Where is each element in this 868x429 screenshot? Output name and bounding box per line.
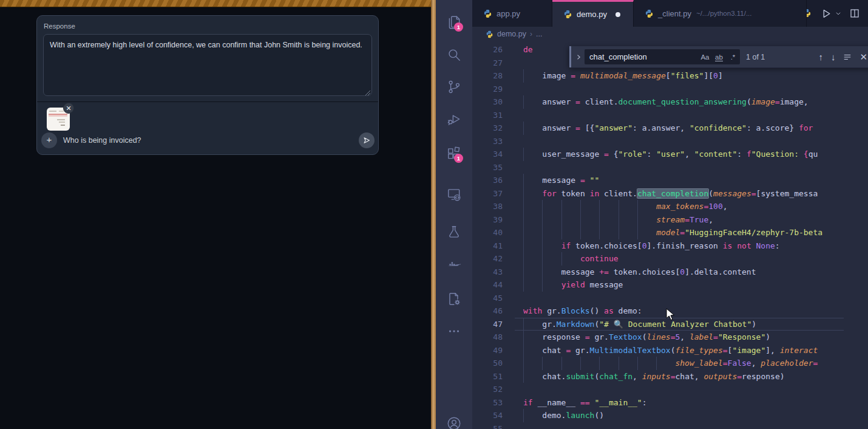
find-previous-button[interactable]: ↑: [818, 52, 823, 62]
line-number: 46: [472, 304, 503, 318]
code-line-35[interactable]: 35: [472, 161, 868, 174]
run-python-file-button[interactable]: [821, 9, 832, 19]
line-number: 31: [472, 109, 503, 122]
line-number: 35: [472, 161, 503, 174]
line-number: 47: [472, 318, 503, 331]
tab-label: app.py: [497, 9, 520, 18]
line-number: 42: [472, 252, 503, 266]
code-text: yield message: [523, 278, 623, 292]
find-in-selection-button[interactable]: [843, 53, 852, 61]
tab-app-py[interactable]: app.py: [472, 0, 552, 27]
find-input[interactable]: chat_completion Aa ab .*: [585, 49, 740, 64]
code-line-31[interactable]: 31: [472, 109, 868, 122]
code-text: max_tokens=100,: [523, 200, 728, 213]
activity-more-icon[interactable]: [446, 323, 462, 339]
split-editor-button[interactable]: [850, 9, 860, 18]
code-text: if token.choices[0].finish_reason is not…: [523, 239, 780, 253]
breadcrumb-file[interactable]: demo.py: [497, 30, 526, 38]
code-line-34[interactable]: 34 user_message = {"role": "user", "cont…: [472, 148, 868, 161]
line-number: 36: [472, 174, 503, 187]
window-edge-stripe: [431, 0, 436, 429]
tab-demo-py[interactable]: demo.py: [552, 0, 634, 27]
code-line-52[interactable]: 52: [472, 383, 868, 396]
code-text: chat.submit(chat_fn, inputs=chat, output…: [523, 370, 785, 383]
find-next-button[interactable]: ↓: [831, 52, 836, 62]
breadcrumb: demo.py › ...: [472, 27, 542, 41]
code-line-54[interactable]: 54 demo.launch(): [472, 409, 868, 422]
code-line-41[interactable]: 41 if token.choices[0].finish_reason is …: [472, 239, 868, 253]
activity-badge: 1: [454, 22, 463, 32]
breadcrumb-separator: ›: [530, 30, 532, 38]
code-line-55[interactable]: 55: [472, 422, 868, 429]
line-number: 55: [472, 422, 503, 429]
remove-attachment-button[interactable]: ✕: [63, 103, 74, 114]
code-line-45[interactable]: 45: [472, 292, 868, 305]
whole-word-toggle[interactable]: ab: [712, 53, 726, 61]
breadcrumb-more[interactable]: ...: [536, 30, 542, 38]
code-line-51[interactable]: 51 chat.submit(chat_fn, inputs=chat, out…: [472, 370, 868, 383]
code-line-46[interactable]: 46with gr.Blocks() as demo:: [472, 304, 868, 318]
code-line-30[interactable]: 30 answer = client.document_question_ans…: [472, 95, 868, 109]
code-line-53[interactable]: 53if __name__ == "__main__":: [472, 396, 868, 410]
code-line-48[interactable]: 48 response = gr.Textbox(lines=5, label=…: [472, 331, 868, 344]
activity-file-gear-icon[interactable]: [446, 291, 462, 307]
activity-bar: 11: [436, 0, 472, 429]
code-line-49[interactable]: 49 chat = gr.MultimodalTextbox(file_type…: [472, 344, 868, 357]
send-button[interactable]: [359, 132, 375, 148]
line-number: 28: [472, 69, 503, 83]
tab--client-py[interactable]: _client.py~/.../python3.11/...: [634, 0, 807, 27]
code-line-32[interactable]: 32 answer = [{"answer": a.answer, "confi…: [472, 122, 868, 135]
run-dropdown-chevron-icon[interactable]: [835, 10, 841, 16]
tab-label: demo.py: [577, 10, 607, 19]
code-editor[interactable]: 26de2728 image = multimodal_message["fil…: [472, 41, 868, 429]
code-line-47[interactable]: 47 gr.Markdown("# 🔍 Document Analyzer Ch…: [472, 318, 868, 331]
code-line-42[interactable]: 42 continue: [472, 252, 868, 266]
partially-hidden-tab[interactable]: [807, 0, 813, 27]
find-widget-sash[interactable]: [569, 46, 571, 67]
line-number: 49: [472, 344, 503, 357]
activity-docker-icon[interactable]: [446, 258, 462, 273]
line-number: 54: [472, 409, 503, 422]
add-file-button[interactable]: +: [41, 132, 57, 148]
line-number: 38: [472, 200, 503, 213]
gradio-app-window: Response With an extremely high level of…: [0, 0, 431, 429]
code-line-38[interactable]: 38 max_tokens=100,: [472, 200, 868, 213]
code-line-43[interactable]: 43 message += token.choices[0].delta.con…: [472, 266, 868, 279]
line-number: 44: [472, 278, 503, 292]
chat-input-placeholder[interactable]: Who is being invoiced?: [63, 136, 141, 145]
code-line-36[interactable]: 36 message = "": [472, 174, 868, 187]
resize-grip-icon[interactable]: [365, 90, 371, 96]
toggle-replace-chevron-icon[interactable]: [575, 53, 582, 61]
code-line-37[interactable]: 37 for token in client.chat_completion(m…: [472, 187, 868, 201]
code-line-50[interactable]: 50 show_label=False, placeholder=: [472, 357, 868, 370]
code-line-33[interactable]: 33: [472, 135, 868, 148]
find-close-button[interactable]: ✕: [860, 52, 867, 63]
code-text: continue: [523, 252, 619, 266]
editor-actions: [813, 0, 868, 27]
match-case-toggle[interactable]: Aa: [698, 53, 712, 61]
line-number: 26: [472, 43, 503, 57]
activity-search-icon[interactable]: [446, 47, 462, 63]
find-query-text[interactable]: chat_completion: [589, 52, 698, 61]
regex-toggle[interactable]: .*: [726, 53, 740, 61]
activity-account-icon[interactable]: [446, 416, 462, 429]
code-line-28[interactable]: 28 image = multimodal_message["files"][0…: [472, 69, 868, 83]
code-text: stream=True,: [523, 213, 713, 227]
line-number: 48: [472, 331, 503, 344]
activity-testing-icon[interactable]: [446, 224, 462, 240]
activity-extensions-icon[interactable]: 1: [446, 146, 462, 162]
activity-source-control-icon[interactable]: [446, 79, 462, 95]
activity-run-debug-icon[interactable]: [446, 111, 462, 127]
python-file-icon: [486, 30, 493, 38]
response-textarea[interactable]: With an extremely high level of confiden…: [43, 34, 372, 96]
code-line-29[interactable]: 29: [472, 83, 868, 96]
activity-remote-explorer-icon[interactable]: [446, 187, 462, 202]
code-text: answer = client.document_question_answer…: [523, 95, 813, 109]
tab-label: _client.py: [658, 9, 691, 18]
browser-top-edge: [0, 0, 431, 7]
code-line-44[interactable]: 44 yield message: [472, 278, 868, 292]
activity-explorer-icon[interactable]: 1: [446, 15, 462, 30]
code-line-39[interactable]: 39 stream=True,: [472, 213, 868, 227]
code-line-40[interactable]: 40 model="HuggingFaceH4/zephyr-7b-beta: [472, 226, 868, 239]
code-text: if __name__ == "__main__":: [523, 396, 647, 410]
